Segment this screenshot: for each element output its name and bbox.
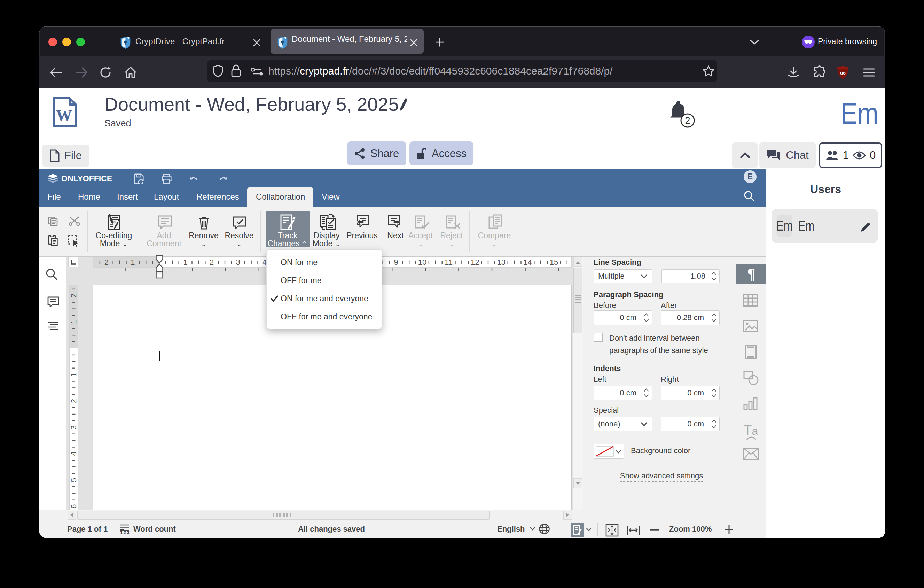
svg-text:W: W <box>56 107 72 124</box>
svg-text:1: 1 <box>183 258 187 266</box>
svg-text:2: 2 <box>69 399 78 403</box>
svg-text:10: 10 <box>418 258 426 266</box>
svg-text:4: 4 <box>69 451 78 456</box>
svg-text:3: 3 <box>236 258 240 266</box>
svg-text:9: 9 <box>394 258 398 266</box>
svg-text:1 2 3: 1 2 3 <box>120 530 130 534</box>
svg-text:15: 15 <box>550 258 558 266</box>
svg-text:6: 6 <box>69 504 78 508</box>
svg-text:2: 2 <box>685 115 690 126</box>
svg-text:1: 1 <box>69 372 78 377</box>
svg-text:3: 3 <box>69 425 78 429</box>
svg-text:2: 2 <box>69 294 78 298</box>
svg-text:4: 4 <box>262 258 266 266</box>
svg-text:5: 5 <box>69 478 78 482</box>
svg-text:1: 1 <box>69 320 78 324</box>
svg-text:2: 2 <box>210 258 214 266</box>
svg-text:1: 1 <box>130 258 135 266</box>
svg-text:uo: uo <box>840 70 846 76</box>
svg-text:2: 2 <box>104 258 109 266</box>
svg-text:12: 12 <box>471 258 479 266</box>
svg-text:14: 14 <box>523 258 531 266</box>
svg-text:11: 11 <box>445 258 453 266</box>
svg-text:13: 13 <box>497 258 505 266</box>
